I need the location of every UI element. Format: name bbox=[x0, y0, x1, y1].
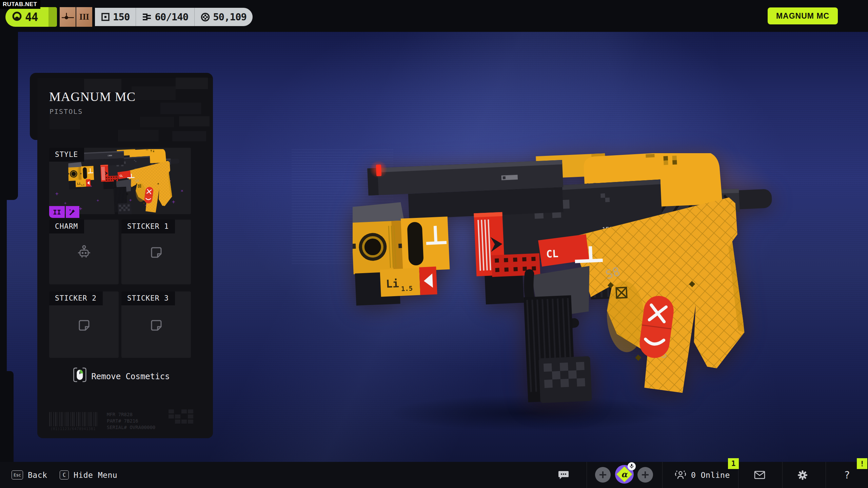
alert-notification-badge: ! bbox=[857, 458, 867, 469]
level-badge[interactable]: 44 bbox=[5, 7, 48, 27]
panel-fine-print: (01)1123/64789413B1 MFR 7R828 PART# 7B21… bbox=[49, 409, 195, 433]
chat-icon bbox=[558, 470, 569, 480]
panel-weapon-category: PISTOLS bbox=[50, 107, 83, 116]
sticker-icon bbox=[77, 318, 92, 334]
weapon-3d-render[interactable] bbox=[353, 153, 776, 404]
back-label: Back bbox=[28, 471, 47, 480]
plus-icon bbox=[599, 471, 607, 479]
vouchers-value: 150 bbox=[113, 11, 130, 23]
rotate-right-button[interactable] bbox=[637, 467, 653, 483]
coins-value: 50,109 bbox=[213, 11, 246, 23]
back-button[interactable]: Esc Back bbox=[12, 462, 47, 488]
plus-icon bbox=[642, 471, 649, 479]
level-icon bbox=[11, 11, 23, 23]
rank-numeral: III bbox=[79, 12, 89, 22]
style-slot-label: STYLE bbox=[49, 148, 84, 162]
style-slot-tile[interactable]: + + + + + + + × + × + + STYLE II bbox=[49, 148, 191, 214]
fine-print-mfr: MFR 7R828 bbox=[107, 411, 155, 418]
hide-menu-label: Hide Menu bbox=[74, 471, 117, 480]
barcode-graphic bbox=[49, 412, 97, 426]
question-mark-icon: ? bbox=[844, 469, 850, 481]
microphone-badge bbox=[628, 462, 636, 470]
battlepass-counter[interactable]: 60/140 bbox=[136, 8, 194, 26]
help-button[interactable]: ? bbox=[844, 462, 850, 488]
left-edge-tab-upper bbox=[0, 32, 18, 200]
charm-slot-label: CHARM bbox=[49, 220, 84, 233]
c-keycap: C bbox=[60, 470, 69, 480]
currency-bar: 150 60/140 50,109 bbox=[95, 8, 253, 26]
style-tier-value: II bbox=[49, 206, 65, 218]
online-count-label: 0 Online bbox=[691, 471, 730, 480]
rank-emblem[interactable]: III bbox=[60, 7, 92, 27]
player-avatar[interactable]: α bbox=[615, 465, 634, 484]
esc-keycap: Esc bbox=[12, 470, 23, 480]
mouse-icon bbox=[73, 367, 86, 386]
rank-crosshair-icon bbox=[60, 7, 76, 27]
sticker-icon bbox=[149, 318, 164, 334]
coin-icon bbox=[201, 13, 210, 22]
party-notification-badge: 1 bbox=[728, 458, 739, 469]
hide-menu-button[interactable]: C Hide Menu bbox=[60, 462, 117, 488]
equipped-weapon-button[interactable]: MAGNUM MC bbox=[768, 7, 838, 24]
weapon-customization-screen: L2 1E69F5 bbox=[0, 0, 868, 488]
voucher-icon bbox=[101, 13, 110, 21]
sticker1-slot-label: STICKER 1 bbox=[121, 220, 175, 233]
rotate-left-button[interactable] bbox=[595, 467, 611, 483]
barcode-caption: (01)1123/64789413B1 bbox=[51, 427, 96, 431]
sticker3-slot-tile[interactable]: STICKER 3 bbox=[121, 291, 191, 358]
people-icon bbox=[674, 470, 687, 480]
left-edge-tab-lower bbox=[0, 371, 14, 462]
sticker3-slot-label: STICKER 3 bbox=[121, 291, 175, 305]
online-status[interactable]: 0 Online bbox=[674, 462, 730, 488]
charm-slot-tile[interactable]: CHARM bbox=[49, 220, 119, 284]
remove-cosmetics-button[interactable]: Remove Cosmetics bbox=[71, 367, 172, 386]
layers-icon bbox=[142, 13, 152, 21]
sticker1-slot-tile[interactable]: STICKER 1 bbox=[121, 220, 191, 284]
coins-counter[interactable]: 50,109 bbox=[194, 8, 253, 26]
panel-weapon-title: MAGNUM MC bbox=[49, 89, 136, 104]
customization-panel: MAGNUM MC PISTOLS + + + + + + + × + × + … bbox=[37, 78, 213, 438]
level-value: 44 bbox=[25, 11, 38, 24]
style-tier-badge: II bbox=[49, 206, 79, 218]
mail-button[interactable] bbox=[754, 462, 765, 488]
battlepass-value: 60/140 bbox=[155, 11, 188, 23]
site-watermark: RUTAB.NET bbox=[0, 0, 40, 9]
style-wand-icon bbox=[66, 206, 79, 218]
remove-cosmetics-label: Remove Cosmetics bbox=[91, 372, 170, 381]
sticker2-slot-label: STICKER 2 bbox=[49, 291, 103, 305]
gear-icon bbox=[797, 470, 808, 481]
chat-button[interactable] bbox=[558, 462, 569, 488]
fine-print-part: PART# 7B216 bbox=[107, 418, 155, 424]
level-progress-strip bbox=[48, 7, 57, 27]
envelope-icon bbox=[754, 471, 765, 479]
settings-button[interactable] bbox=[797, 462, 808, 488]
sticker2-slot-tile[interactable]: STICKER 2 bbox=[49, 291, 119, 358]
fine-print-serial: SERIAL# OVRA00000 bbox=[107, 424, 155, 431]
avatar-glyph: α bbox=[621, 469, 627, 479]
player-hud: 44 III 150 60/140 bbox=[5, 7, 253, 27]
rank-tier-tile: III bbox=[76, 7, 92, 27]
sticker-icon bbox=[149, 245, 164, 261]
vouchers-counter[interactable]: 150 bbox=[95, 8, 136, 26]
fine-print-glyph-art bbox=[169, 409, 193, 424]
charm-robot-icon bbox=[76, 244, 92, 262]
